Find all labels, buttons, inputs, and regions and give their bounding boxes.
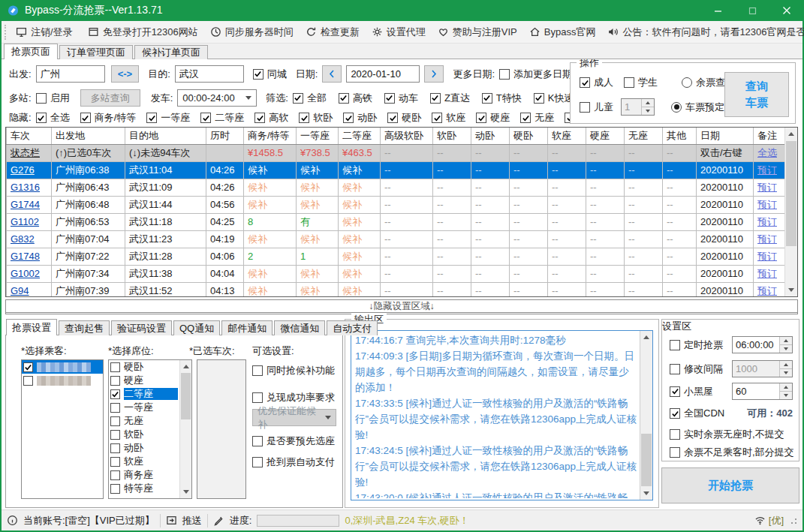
toolbar-item-open-12306[interactable]: 免登录打开12306网站 bbox=[82, 21, 204, 43]
column-header[interactable]: 高级软卧 bbox=[381, 128, 433, 144]
spin-up[interactable] bbox=[780, 361, 792, 369]
column-header[interactable]: 日期 bbox=[697, 128, 754, 144]
settings-tab-wechat[interactable]: 微信通知 bbox=[274, 320, 325, 335]
interval-spinner[interactable]: 1000 bbox=[732, 360, 793, 377]
selected-trains-listbox[interactable] bbox=[197, 359, 246, 499]
scroll-down-arrow[interactable] bbox=[785, 284, 797, 296]
train-row[interactable]: G832广州南07:04武汉11:2304:19候补候补候补----------… bbox=[7, 230, 786, 248]
student-checkbox[interactable]: 学生 bbox=[624, 76, 658, 89]
train-row[interactable]: G1002广州南07:34武汉11:3804:04候补候补候补---------… bbox=[7, 265, 786, 282]
scroll-up-arrow[interactable] bbox=[785, 128, 797, 140]
tab-orders[interactable]: 订单管理页面 bbox=[59, 45, 133, 59]
hide-checkbox-4[interactable]: 高软 bbox=[254, 111, 288, 125]
train-link[interactable]: G1002 bbox=[11, 268, 40, 279]
priority-dropdown[interactable]: 优先保证能候补 bbox=[252, 409, 336, 426]
seat-item-6[interactable]: 动卧 bbox=[109, 441, 179, 455]
spin-down[interactable] bbox=[642, 107, 654, 115]
settings-tab-mail[interactable]: 邮件通知 bbox=[221, 320, 273, 335]
hide-checkbox-9[interactable]: 硬座 bbox=[476, 111, 510, 125]
prev-date-button[interactable] bbox=[322, 65, 342, 83]
passenger-listbox[interactable] bbox=[21, 359, 104, 499]
interval-checkbox[interactable]: 修改间隔 bbox=[670, 362, 732, 376]
hide-checkbox-3[interactable]: 二等座 bbox=[200, 111, 244, 125]
book-link[interactable]: 预订 bbox=[757, 285, 777, 296]
spin-up[interactable] bbox=[780, 383, 792, 392]
column-header[interactable]: 动卧 bbox=[471, 128, 510, 144]
toolbar-item-sponsor-vip[interactable]: 赞助与注册VIP bbox=[432, 21, 523, 43]
column-header[interactable]: 二等座 bbox=[339, 128, 381, 144]
train-link[interactable]: G832 bbox=[11, 233, 35, 245]
filter-checkbox-0[interactable]: 全部 bbox=[293, 92, 327, 105]
train-row[interactable]: G1744广州南06:48武汉11:4404:56候补候补候补---------… bbox=[7, 196, 786, 213]
option-autopay-checkbox[interactable]: 抢到票自动支付 bbox=[252, 455, 335, 469]
seat-item-1[interactable]: 硬座 bbox=[109, 374, 179, 387]
book-ticket-radio[interactable]: 车票预定 bbox=[671, 101, 724, 114]
output-box[interactable]: 17:44:16:7 查询完毕,本次查询共用时:1278毫秒17:44:09:3… bbox=[351, 330, 653, 500]
scroll-thumb[interactable] bbox=[786, 141, 796, 246]
spin-down[interactable] bbox=[780, 392, 792, 399]
filter-checkbox-1[interactable]: 高铁 bbox=[339, 92, 372, 105]
seat-scrollbar[interactable] bbox=[179, 360, 191, 498]
resize-grip[interactable] bbox=[790, 517, 797, 524]
date-input[interactable] bbox=[346, 65, 420, 83]
maximize-button[interactable] bbox=[735, 0, 769, 21]
seat-item-2[interactable]: 二等座 bbox=[109, 387, 179, 401]
close-button[interactable] bbox=[769, 0, 804, 21]
column-header[interactable]: 无座 bbox=[625, 128, 663, 144]
select-all-link[interactable]: 全选 bbox=[757, 147, 777, 158]
column-header[interactable]: 一等座 bbox=[297, 128, 339, 144]
timed-grab-spinner[interactable]: 06:00:00 bbox=[732, 336, 793, 353]
column-header[interactable]: 硬卧 bbox=[510, 128, 548, 144]
scroll-up-arrow[interactable] bbox=[180, 360, 192, 373]
book-link[interactable]: 预订 bbox=[757, 268, 777, 279]
option-preselect-seat-checkbox[interactable]: 是否要预先选座 bbox=[252, 434, 335, 448]
book-link[interactable]: 预订 bbox=[757, 164, 777, 176]
push-button[interactable]: 推送 bbox=[182, 514, 202, 527]
passenger-item-1[interactable] bbox=[22, 374, 103, 387]
multi-enable-checkbox[interactable]: 启用 bbox=[36, 92, 70, 105]
settings-tab-grab[interactable]: 抢票设置 bbox=[6, 319, 57, 335]
column-header[interactable]: 车次 bbox=[7, 128, 52, 144]
query-tickets-button[interactable]: 查询 车票 bbox=[724, 72, 789, 117]
column-header[interactable]: 软座 bbox=[548, 128, 586, 144]
child-checkbox[interactable]: 儿童 bbox=[580, 101, 613, 114]
child-count-spinner[interactable]: 1 bbox=[621, 98, 655, 116]
book-link[interactable]: 预订 bbox=[757, 199, 777, 210]
book-link[interactable]: 预订 bbox=[757, 182, 777, 193]
hide-checkbox-5[interactable]: 软卧 bbox=[299, 111, 333, 125]
depart-time-dropdown[interactable]: 00:00-24:00 bbox=[177, 89, 257, 107]
filter-checkbox-4[interactable]: T特快 bbox=[482, 92, 522, 105]
option-grab-waitlist-checkbox[interactable]: 同时抢候补功能 bbox=[252, 364, 335, 377]
spin-down[interactable] bbox=[780, 345, 792, 353]
column-header[interactable]: 出发地 bbox=[52, 128, 125, 144]
minimize-button[interactable] bbox=[700, 0, 735, 21]
depart-input[interactable] bbox=[36, 65, 105, 83]
no-seat-checkbox[interactable]: 实时余票无座时,不提交 bbox=[670, 428, 793, 441]
book-link[interactable]: 预订 bbox=[757, 251, 777, 262]
timed-grab-checkbox[interactable]: 定时抢票 bbox=[670, 338, 732, 352]
scroll-thumb[interactable] bbox=[641, 434, 652, 486]
hide-checkbox-7[interactable]: 硬卧 bbox=[387, 111, 421, 125]
spin-down[interactable] bbox=[780, 369, 792, 377]
filter-checkbox-3[interactable]: Z直达 bbox=[430, 92, 470, 105]
column-header[interactable]: 硬座 bbox=[586, 128, 625, 144]
column-header[interactable]: 商务/特等 bbox=[244, 128, 297, 144]
dest-input[interactable] bbox=[175, 65, 244, 83]
hide-checkbox-8[interactable]: 软座 bbox=[432, 111, 465, 125]
train-link[interactable]: G94 bbox=[11, 285, 29, 296]
column-header[interactable]: 备注 bbox=[754, 128, 786, 144]
toolbar-item-check-update[interactable]: 检查更新 bbox=[300, 21, 366, 43]
book-link[interactable]: 预订 bbox=[757, 233, 777, 245]
toolbar-item-set-proxy[interactable]: 设置代理 bbox=[366, 21, 432, 43]
train-row[interactable]: G1748广州南07:22武汉11:2804:0621候补-----------… bbox=[7, 248, 786, 265]
train-row[interactable]: G276广州南06:38武汉11:0404:26候补候补候补----------… bbox=[7, 161, 786, 179]
scroll-up-arrow[interactable] bbox=[640, 331, 652, 344]
train-link[interactable]: G1744 bbox=[11, 199, 40, 210]
settings-tab-captcha[interactable]: 验证码设置 bbox=[111, 320, 172, 335]
passenger-item-0[interactable] bbox=[22, 360, 103, 374]
hide-checkbox-6[interactable]: 动卧 bbox=[343, 111, 377, 125]
scroll-down-arrow[interactable] bbox=[180, 485, 192, 498]
option-success-rate-checkbox[interactable]: 兑现成功率要求 bbox=[252, 391, 335, 404]
hide-checkbox-1[interactable]: 商务/特等 bbox=[80, 111, 137, 125]
train-row[interactable]: G94广州南07:39武汉11:5204:13候补候补候补-----------… bbox=[7, 282, 786, 297]
